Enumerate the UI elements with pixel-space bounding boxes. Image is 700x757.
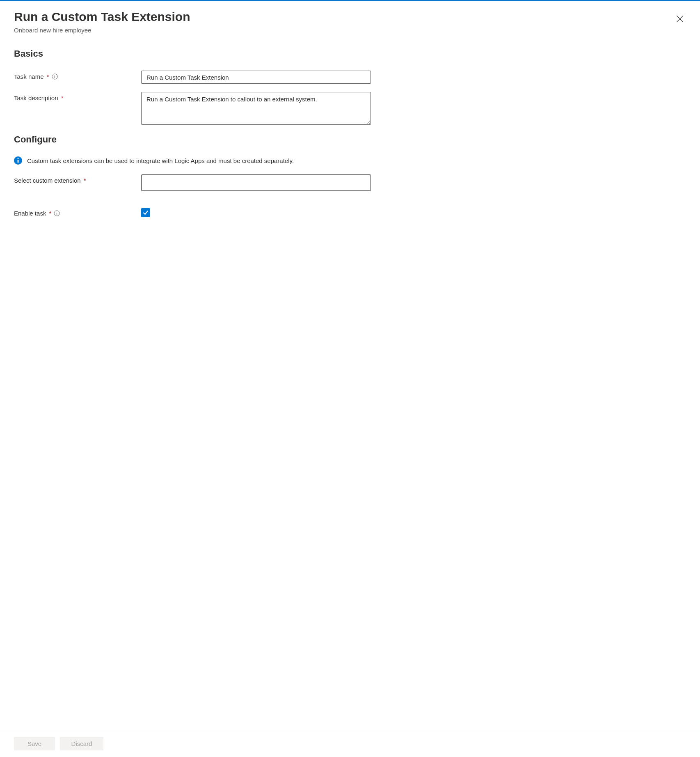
select-extension-label: Select custom extension * (14, 174, 141, 184)
panel-container: Run a Custom Task Extension Onboard new … (0, 1, 700, 757)
svg-point-4 (54, 75, 55, 76)
info-icon (52, 73, 58, 80)
task-description-label-text: Task description (14, 94, 58, 101)
task-description-control (141, 92, 371, 126)
required-indicator: * (59, 94, 64, 101)
task-name-control (141, 71, 371, 84)
task-name-row: Task name * (14, 71, 686, 84)
task-name-input[interactable] (141, 71, 371, 84)
checkmark-icon (143, 210, 149, 216)
basics-heading: Basics (14, 48, 686, 59)
select-extension-control (141, 174, 371, 191)
required-indicator: * (82, 177, 86, 184)
required-indicator: * (47, 210, 51, 217)
save-button[interactable]: Save (14, 737, 55, 750)
enable-task-row: Enable task * (14, 207, 686, 217)
select-extension-row: Select custom extension * (14, 174, 686, 191)
select-extension-label-text: Select custom extension (14, 177, 81, 184)
enable-task-control (141, 207, 150, 217)
svg-rect-7 (18, 160, 19, 163)
enable-task-checkbox[interactable] (141, 208, 150, 217)
info-filled-icon (14, 156, 22, 165)
info-banner-text: Custom task extensions can be used to in… (27, 157, 294, 164)
info-banner: Custom task extensions can be used to in… (14, 156, 686, 165)
task-description-row: Task description * (14, 92, 686, 126)
task-description-label: Task description * (14, 92, 141, 101)
select-extension-input[interactable] (141, 174, 371, 191)
close-icon (676, 15, 684, 23)
discard-button[interactable]: Discard (60, 737, 103, 750)
info-icon (54, 210, 60, 216)
enable-task-info-icon[interactable] (54, 210, 60, 216)
svg-point-10 (57, 212, 57, 212)
enable-task-label-text: Enable task (14, 210, 46, 217)
panel-footer: Save Discard (0, 730, 700, 757)
svg-point-6 (18, 158, 19, 159)
configure-heading: Configure (14, 134, 686, 145)
task-name-label: Task name * (14, 71, 141, 80)
page-subtitle: Onboard new hire employee (14, 27, 686, 34)
close-button[interactable] (674, 13, 686, 25)
panel-content: Run a Custom Task Extension Onboard new … (0, 1, 700, 730)
required-indicator: * (45, 73, 49, 80)
task-name-label-text: Task name (14, 73, 44, 80)
task-name-info-icon[interactable] (52, 73, 58, 80)
enable-task-label: Enable task * (14, 207, 141, 217)
panel-header: Run a Custom Task Extension (14, 9, 686, 25)
page-title: Run a Custom Task Extension (14, 9, 190, 24)
task-description-input[interactable] (141, 92, 371, 125)
